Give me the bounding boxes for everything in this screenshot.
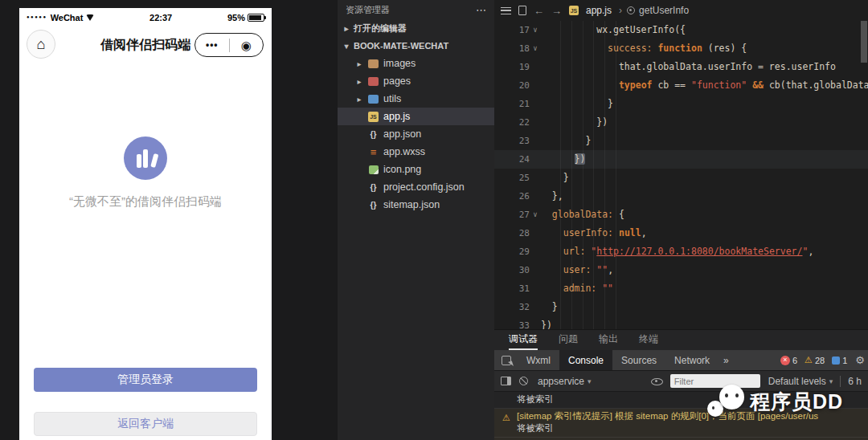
menu-icon[interactable]	[501, 7, 511, 14]
line-number[interactable]: 26	[494, 187, 530, 206]
code-line-27[interactable]: 27∨ globalData: {	[494, 206, 868, 224]
scrollbar-thumb[interactable]	[861, 21, 867, 63]
debugger-tab-1[interactable]: 问题	[559, 330, 578, 350]
info-count: 1	[842, 356, 847, 365]
debugger-tab-3[interactable]: 终端	[639, 330, 658, 350]
admin-login-button[interactable]: 管理员登录	[34, 368, 257, 392]
more-menu-button[interactable]: •••	[195, 40, 229, 50]
error-count: 6	[792, 356, 797, 365]
warning-badge[interactable]: 28	[805, 355, 825, 365]
debugger-tab-0[interactable]: 调试器	[509, 330, 538, 350]
fold-chevron-icon[interactable]: ∨	[530, 21, 541, 39]
code-line-26[interactable]: 26 },	[494, 187, 868, 206]
code-line-23[interactable]: 23 }	[494, 132, 868, 150]
line-number[interactable]: 32	[494, 298, 530, 316]
code-line-21[interactable]: 21 }	[494, 95, 868, 113]
code-text: })	[541, 316, 552, 329]
js-icon	[367, 111, 379, 123]
settings-gear-icon[interactable]: ⚙	[855, 354, 865, 366]
tree-item-app.js[interactable]: app.js	[338, 108, 494, 125]
back-icon[interactable]: ←	[534, 5, 544, 17]
home-button[interactable]: ⌂	[27, 30, 55, 59]
json-icon	[367, 199, 379, 211]
code-lines: 17∨ wx.getUserInfo({18∨ success: functio…	[494, 21, 868, 329]
open-file-icon[interactable]	[518, 6, 526, 15]
overflow-tabs-icon[interactable]: »	[719, 355, 734, 366]
inspect-element-icon[interactable]	[502, 356, 511, 365]
devtools-tab-network[interactable]: Network	[665, 350, 719, 370]
code-line-24[interactable]: 24 })	[494, 150, 868, 169]
breadcrumb-symbol[interactable]: getUserInfo	[639, 5, 689, 16]
line-number[interactable]: 20	[494, 76, 530, 95]
devtools-tab-console[interactable]: Console	[559, 350, 612, 370]
indent-guide	[593, 21, 594, 329]
code-line-22[interactable]: 22 })	[494, 113, 868, 132]
section-label: 打开的编辑器	[354, 22, 407, 35]
code-line-33[interactable]: 33})	[494, 316, 868, 329]
tree-item-app.wxss[interactable]: app.wxss	[338, 143, 494, 161]
signal-strength-icon: ●●●●●	[27, 14, 47, 19]
code-line-29[interactable]: 29 url: "http://127.0.0.1:8080/bookMateS…	[494, 242, 868, 261]
code-line-28[interactable]: 28 userInfo: null,	[494, 224, 868, 242]
line-number[interactable]: 22	[494, 113, 530, 132]
code-line-30[interactable]: 30 user: "",	[494, 261, 868, 279]
line-number[interactable]: 18	[494, 39, 530, 58]
line-number[interactable]: 30	[494, 261, 530, 279]
line-number[interactable]: 21	[494, 95, 530, 113]
line-number[interactable]: 17	[494, 21, 530, 39]
relaunch-button[interactable]: ◉	[230, 39, 264, 51]
line-number[interactable]: 27	[494, 206, 530, 224]
tree-item-images[interactable]: ▸images	[338, 55, 494, 72]
line-number[interactable]: 31	[494, 279, 530, 298]
line-number[interactable]: 28	[494, 224, 530, 242]
section-project-root[interactable]: ▾ BOOK-MATE-WECHAT	[338, 37, 494, 55]
tree-item-project.config.json[interactable]: project.config.json	[338, 178, 494, 196]
code-editor[interactable]: 17∨ wx.getUserInfo({18∨ success: functio…	[494, 21, 868, 329]
line-number[interactable]: 33	[494, 316, 530, 329]
line-number[interactable]: 23	[494, 132, 530, 150]
forward-icon[interactable]: →	[551, 5, 562, 17]
code-line-25[interactable]: 25 }	[494, 169, 868, 187]
context-selector[interactable]: appservice ▾	[538, 376, 592, 387]
code-text: }	[541, 95, 613, 113]
back-to-client-button[interactable]: 返回客户端	[34, 412, 257, 436]
devtools-tab-wxml[interactable]: Wxml	[518, 350, 559, 370]
line-number[interactable]: 29	[494, 242, 530, 261]
fold-spacer	[530, 261, 541, 279]
clear-console-icon[interactable]	[519, 377, 528, 385]
line-number[interactable]: 25	[494, 169, 530, 187]
error-badge[interactable]: 6	[780, 356, 797, 365]
dock-side-icon[interactable]	[501, 377, 511, 385]
code-line-32[interactable]: 32 }	[494, 298, 868, 316]
devtools-tab-sources[interactable]: Sources	[612, 350, 665, 370]
indent-guide	[604, 21, 605, 329]
tree-item-pages[interactable]: ▸pages	[338, 72, 494, 90]
line-number[interactable]: 19	[494, 58, 530, 76]
code-line-31[interactable]: 31 admin: ""	[494, 279, 868, 298]
tree-item-app.json[interactable]: app.json	[338, 125, 494, 143]
code-line-17[interactable]: 17∨ wx.getUserInfo({	[494, 21, 868, 39]
line-number[interactable]: 24	[494, 150, 530, 169]
battery-icon	[248, 14, 264, 22]
section-open-editors[interactable]: ▸ 打开的编辑器	[338, 19, 494, 37]
tree-item-utils[interactable]: ▸utils	[338, 90, 494, 108]
more-actions-icon[interactable]: ⋯	[476, 4, 486, 16]
live-expression-eye-icon[interactable]	[651, 376, 662, 387]
indent-guide	[616, 21, 616, 329]
code-text: })	[541, 150, 585, 169]
section-label: BOOK-MATE-WECHAT	[354, 41, 448, 51]
code-line-18[interactable]: 18∨ success: function (res) {	[494, 39, 868, 58]
fold-chevron-icon[interactable]: ∨	[530, 39, 541, 58]
info-badge[interactable]: 1	[832, 356, 847, 365]
debugger-tab-2[interactable]: 输出	[599, 330, 618, 350]
item-label: icon.png	[383, 164, 421, 175]
code-line-19[interactable]: 19 that.globalData.userInfo = res.userIn…	[494, 58, 868, 76]
status-bar: ●●●●● WeChat 22:37 95%	[19, 8, 272, 27]
status-badges: 6 28 1	[780, 355, 847, 365]
code-line-20[interactable]: 20 typeof cb == "function" && cb(that.gl…	[494, 76, 868, 95]
fold-chevron-icon[interactable]: ∨	[530, 206, 541, 224]
tree-item-icon.png[interactable]: icon.png	[338, 161, 494, 178]
breadcrumb-file[interactable]: app.js	[586, 5, 612, 16]
tree-item-sitemap.json[interactable]: sitemap.json	[338, 196, 494, 214]
json-icon	[367, 181, 379, 194]
